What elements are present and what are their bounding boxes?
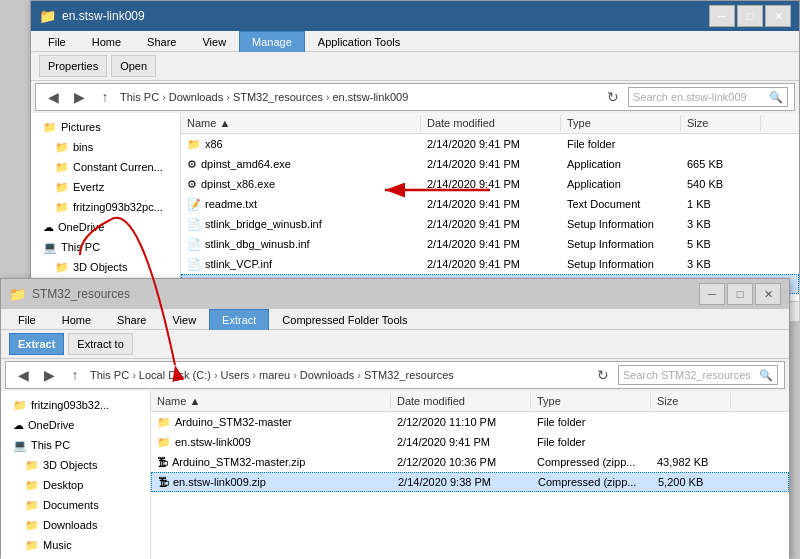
tab-extract-2[interactable]: Extract — [209, 309, 269, 330]
maximize-btn-1[interactable]: □ — [737, 5, 763, 27]
ribbon-action-btn-1[interactable]: Properties — [39, 55, 107, 77]
sidebar-item-bins[interactable]: 📁 bins — [31, 137, 180, 157]
forward-btn-1[interactable]: ▶ — [68, 86, 90, 108]
back-btn-1[interactable]: ◀ — [42, 86, 64, 108]
sidebar-item-constant-curren[interactable]: 📁 Constant Curren... — [31, 157, 180, 177]
ribbon-open-btn-1[interactable]: Open — [111, 55, 156, 77]
sidebar-item-this-pc[interactable]: 💻 This PC — [1, 435, 150, 455]
tab-compressed-2[interactable]: Compressed Folder Tools — [269, 309, 420, 330]
col-date-header-2[interactable]: Date modified — [391, 393, 531, 409]
tab-home-2[interactable]: Home — [49, 309, 104, 330]
col-size-header-2[interactable]: Size — [651, 393, 731, 409]
file-size — [651, 421, 731, 423]
table-row[interactable]: 📁 Arduino_STM32-master 2/12/2020 11:10 P… — [151, 412, 789, 432]
forward-btn-2[interactable]: ▶ — [38, 364, 60, 386]
table-row[interactable]: 📄 stlink_dbg_winusb.inf 2/14/2020 9:41 P… — [181, 234, 799, 254]
maximize-btn-2[interactable]: □ — [727, 283, 753, 305]
table-row[interactable]: 📄 stlink_bridge_winusb.inf 2/14/2020 9:4… — [181, 214, 799, 234]
file-name: 📄 stlink_dbg_winusb.inf — [181, 237, 421, 252]
tab-view-2[interactable]: View — [159, 309, 209, 330]
extract-all-btn[interactable]: Extract — [9, 333, 64, 355]
window-icon-1: 📁 — [39, 8, 56, 24]
sidebar-label: Evertz — [73, 181, 104, 193]
address-path-1[interactable]: This PC › Downloads › STM32_resources › … — [120, 91, 598, 103]
folder-icon: 📁 — [55, 201, 69, 214]
refresh-btn-1[interactable]: ↻ — [602, 86, 624, 108]
close-btn-1[interactable]: ✕ — [765, 5, 791, 27]
col-name-header-1[interactable]: Name ▲ — [181, 115, 421, 131]
sidebar-item-onedrive[interactable]: ☁ OneDrive — [31, 217, 180, 237]
folder-icon: 📁 — [13, 399, 27, 412]
search-box-2[interactable]: Search STM32_resources 🔍 — [618, 365, 778, 385]
sidebar-label: Documents — [43, 499, 99, 511]
tab-share-2[interactable]: Share — [104, 309, 159, 330]
back-btn-2[interactable]: ◀ — [12, 364, 34, 386]
search-placeholder-1: Search en.stsw-link009 — [633, 91, 747, 103]
window-stsw: 📁 en.stsw-link009 ─ □ ✕ File Home Share … — [30, 0, 800, 280]
exe-icon: ⚙ — [187, 178, 197, 191]
tab-view-1[interactable]: View — [189, 31, 239, 52]
minimize-btn-2[interactable]: ─ — [699, 283, 725, 305]
sidebar-item-desktop[interactable]: 📁 Desktop — [1, 475, 150, 495]
pc-icon: 💻 — [43, 241, 57, 254]
table-row[interactable]: ⚙ dpinst_amd64.exe 2/14/2020 9:41 PM App… — [181, 154, 799, 174]
refresh-btn-2[interactable]: ↻ — [592, 364, 614, 386]
file-date: 2/14/2020 9:41 PM — [421, 217, 561, 231]
search-box-1[interactable]: Search en.stsw-link009 🔍 — [628, 87, 788, 107]
up-btn-1[interactable]: ↑ — [94, 86, 116, 108]
file-type: File folder — [531, 435, 651, 449]
table-row[interactable]: 🗜 en.stsw-link009.zip 2/14/2020 9:38 PM … — [151, 472, 789, 492]
file-date: 2/12/2020 10:36 PM — [391, 455, 531, 469]
path-stm32-1: STM32_resources — [233, 91, 323, 103]
folder-icon: 📁 — [25, 499, 39, 512]
table-row[interactable]: 📝 readme.txt 2/14/2020 9:41 PM Text Docu… — [181, 194, 799, 214]
file-type: File folder — [531, 415, 651, 429]
file-date: 2/14/2020 9:38 PM — [392, 475, 532, 489]
table-row[interactable]: 🗜 Arduino_STM32-master.zip 2/12/2020 10:… — [151, 452, 789, 472]
sidebar-item-fritzing093b32[interactable]: 📁 fritzing093b32... — [1, 395, 150, 415]
ribbon-content-2: Extract Extract to — [1, 330, 789, 358]
sidebar-item-documents[interactable]: 📁 Documents — [1, 495, 150, 515]
sidebar-item-this-pc[interactable]: 💻 This PC — [31, 237, 180, 257]
sidebar-item-3d-objects[interactable]: 📁 3D Objects — [31, 257, 180, 277]
window-controls-2: ─ □ ✕ — [699, 283, 781, 305]
sidebar-item-3d-objects[interactable]: 📁 3D Objects — [1, 455, 150, 475]
col-date-header-1[interactable]: Date modified — [421, 115, 561, 131]
file-rows-1: 📁 x86 2/14/2020 9:41 PM File folder ⚙ dp… — [181, 134, 799, 301]
zip-icon: 🗜 — [158, 476, 169, 488]
sidebar-item-fritzing093b32pc[interactable]: 📁 fritzing093b32pc... — [31, 197, 180, 217]
up-btn-2[interactable]: ↑ — [64, 364, 86, 386]
explorer-body-1: 📁 Pictures 📁 bins 📁 Constant Curren... 📁… — [31, 113, 799, 301]
table-row[interactable]: ⚙ dpinst_x86.exe 2/14/2020 9:41 PM Appli… — [181, 174, 799, 194]
tab-share-1[interactable]: Share — [134, 31, 189, 52]
folder-icon: 📁 — [55, 261, 69, 274]
tab-file-2[interactable]: File — [5, 309, 49, 330]
file-rows-2: 📁 Arduino_STM32-master 2/12/2020 11:10 P… — [151, 412, 789, 492]
col-size-header-1[interactable]: Size — [681, 115, 761, 131]
col-type-header-1[interactable]: Type — [561, 115, 681, 131]
table-row[interactable]: 📁 en.stsw-link009 2/14/2020 9:41 PM File… — [151, 432, 789, 452]
tab-home-1[interactable]: Home — [79, 31, 134, 52]
sidebar-item-downloads[interactable]: 📁 Downloads — [1, 515, 150, 535]
table-row[interactable]: 📄 stlink_VCP.inf 2/14/2020 9:41 PM Setup… — [181, 254, 799, 274]
tab-app-tools-1[interactable]: Application Tools — [305, 31, 413, 52]
col-name-header-2[interactable]: Name ▲ — [151, 393, 391, 409]
window-stm32: 📁 STM32_resources ─ □ ✕ File Home Share … — [0, 278, 790, 558]
extract-to-btn[interactable]: Extract to — [68, 333, 132, 355]
table-row[interactable]: 📁 x86 2/14/2020 9:41 PM File folder — [181, 134, 799, 154]
file-name: 📄 stlink_bridge_winusb.inf — [181, 217, 421, 232]
window-title-2: STM32_resources — [32, 287, 699, 301]
sidebar-item-onedrive[interactable]: ☁ OneDrive — [1, 415, 150, 435]
tab-manage-1[interactable]: Manage — [239, 31, 305, 52]
ribbon-2: File Home Share View Extract Compressed … — [1, 309, 789, 359]
close-btn-2[interactable]: ✕ — [755, 283, 781, 305]
col-type-header-2[interactable]: Type — [531, 393, 651, 409]
minimize-btn-1[interactable]: ─ — [709, 5, 735, 27]
sidebar-item-evertz[interactable]: 📁 Evertz — [31, 177, 180, 197]
sidebar-item-music[interactable]: 📁 Music — [1, 535, 150, 555]
sidebar-item-pictures[interactable]: 📁 Pictures — [31, 117, 180, 137]
address-path-2[interactable]: This PC › Local Disk (C:) › Users › mare… — [90, 369, 588, 381]
sidebar-item-pictures[interactable]: 📁 Pictures — [1, 555, 150, 559]
file-size: 1 KB — [681, 197, 761, 211]
tab-file-1[interactable]: File — [35, 31, 79, 52]
